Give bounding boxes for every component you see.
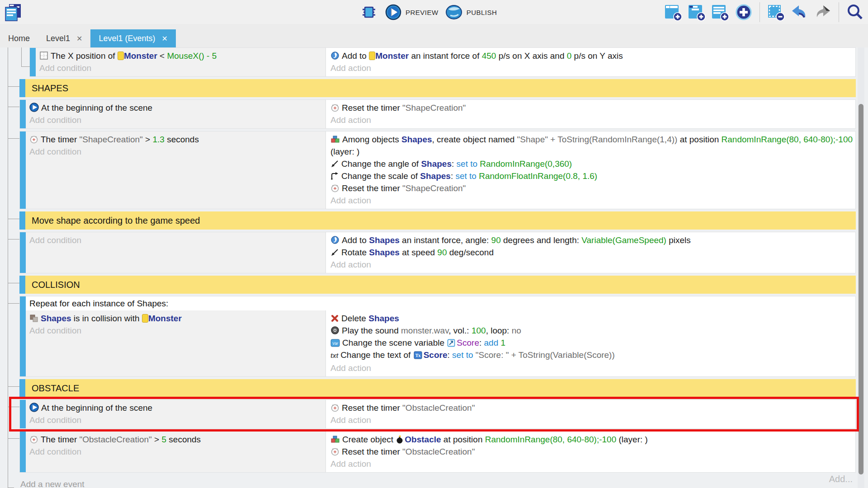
action-line[interactable]: Delete Shapes xyxy=(330,312,853,324)
scale-icon xyxy=(330,172,339,180)
instruction-text: Variable(GameSpeed) xyxy=(581,235,666,245)
group-title: SHAPES xyxy=(25,79,856,97)
action-line[interactable]: Rotate Shapes at speed 90 deg/second xyxy=(330,246,853,258)
add-condition-button[interactable]: Add condition xyxy=(29,324,323,337)
add-condition-button[interactable]: Add condition xyxy=(29,114,323,126)
action-line[interactable]: Play the sound monster.wav, vol.: 100, l… xyxy=(330,324,853,337)
add-comment-icon[interactable] xyxy=(711,3,730,22)
conditions-column: At the beginning of the sceneAdd conditi… xyxy=(26,100,326,128)
action-line[interactable]: Reset the timer "ObstacleCreation" xyxy=(330,446,853,458)
action-line[interactable]: Change the scale of Shapes: set to Rando… xyxy=(330,170,853,182)
event-row[interactable]: At the beginning of the sceneAdd conditi… xyxy=(19,99,856,129)
event-color-bar xyxy=(30,48,36,76)
instruction-text: Reset the timer xyxy=(342,103,402,113)
action-line[interactable]: Among objects Shapes, create object name… xyxy=(330,133,853,158)
instruction-text: The timer xyxy=(41,435,80,444)
add-event-icon[interactable] xyxy=(664,3,683,22)
add-button[interactable]: Add... xyxy=(829,474,853,484)
instruction-text: 90 xyxy=(437,248,447,257)
add-condition-button[interactable]: Add condition xyxy=(39,62,323,74)
action-line[interactable]: Add to Monster an instant force of 450 p… xyxy=(330,50,853,62)
preview-button[interactable]: PREVIEW xyxy=(385,4,439,21)
add-action-button[interactable]: Add action xyxy=(330,62,853,74)
add-action-button[interactable]: Add action xyxy=(330,458,853,470)
condition-line[interactable]: The X position of Monster < MouseX() - 5 xyxy=(39,50,323,62)
delete-selection-icon[interactable] xyxy=(766,3,785,22)
tab-level1-events[interactable]: Level1 (Events) ✕ xyxy=(90,29,175,47)
close-icon[interactable]: ✕ xyxy=(162,34,168,43)
event-color-bar xyxy=(20,100,26,128)
action-line[interactable]: Add to Shapes an instant force, angle: 9… xyxy=(330,234,853,246)
action-line[interactable]: Reset the timer "ShapeCreation" xyxy=(330,182,853,194)
event-row[interactable]: At the beginning of the sceneAdd conditi… xyxy=(19,399,856,429)
event-row[interactable]: Repeat for each instance of Shapes:Shape… xyxy=(19,296,856,377)
conditions-column: Shapes is in collision with MonsterAdd c… xyxy=(26,310,326,376)
instruction-text: "ShapeCreation" xyxy=(80,135,143,144)
instruction-text: no xyxy=(512,326,521,335)
event-color-bar xyxy=(19,211,25,230)
debugger-icon[interactable] xyxy=(359,3,378,22)
vertical-scrollbar-track[interactable] xyxy=(858,47,864,488)
undo-icon[interactable] xyxy=(790,3,809,22)
for-each-header[interactable]: Repeat for each instance of Shapes: xyxy=(26,296,855,310)
redo-icon[interactable] xyxy=(813,3,832,22)
add-condition-button[interactable]: Add condition xyxy=(29,414,323,426)
tab-level1-scene[interactable]: Level1 ✕ xyxy=(38,29,90,47)
condition-line[interactable]: Shapes is in collision with Monster xyxy=(29,312,323,324)
conditions-column: The timer "ShapeCreation" > 1.3 secondsA… xyxy=(26,131,326,209)
add-action-button[interactable]: Add action xyxy=(330,258,853,271)
event-row[interactable]: The X position of Monster < MouseX() - 5… xyxy=(29,47,856,77)
event-group-header[interactable]: OBSTACLE xyxy=(19,379,856,397)
action-line[interactable]: Reset the timer "ObstacleCreation" xyxy=(330,402,853,414)
vertical-scrollbar-thumb[interactable] xyxy=(859,104,863,474)
condition-line[interactable]: At the beginning of the scene xyxy=(29,102,323,114)
add-sub-event-icon[interactable] xyxy=(687,3,706,22)
action-line[interactable]: Create object Obstacle at position Rando… xyxy=(330,433,853,446)
action-line[interactable]: Reset the timer "ShapeCreation" xyxy=(330,102,853,114)
instruction-text: Shapes xyxy=(421,159,452,169)
instruction-text: degrees and length: xyxy=(501,235,582,245)
add-action-button[interactable]: Add action xyxy=(330,362,853,374)
event-color-bar xyxy=(20,432,26,472)
condition-line[interactable]: At the beginning of the scene xyxy=(29,402,323,414)
monster-icon xyxy=(142,314,148,323)
toolbar-separator xyxy=(760,2,760,22)
add-action-button[interactable]: Add action xyxy=(330,114,853,126)
actions-column: Among objects Shapes, create object name… xyxy=(326,131,855,209)
event-row[interactable]: The timer "ShapeCreation" > 1.3 secondsA… xyxy=(19,131,856,209)
event-group-header[interactable]: SHAPES xyxy=(19,79,856,97)
action-line[interactable]: txtChange the text of TxScore: set to "S… xyxy=(330,349,853,362)
search-icon[interactable] xyxy=(845,3,864,22)
event-row[interactable]: Add conditionAdd to Shapes an instant fo… xyxy=(19,232,856,273)
project-manager-icon[interactable] xyxy=(4,3,23,22)
add-condition-button[interactable]: Add condition xyxy=(29,145,323,158)
event-group-header[interactable]: Move shape according to the game speed xyxy=(19,211,856,230)
condition-line[interactable]: The timer "ObstacleCreation" > 5 seconds xyxy=(29,433,323,446)
event-row[interactable]: The timer "ObstacleCreation" > 5 seconds… xyxy=(19,431,856,473)
instruction-text: an instant force, angle: xyxy=(400,235,491,245)
close-icon[interactable]: ✕ xyxy=(76,34,82,43)
tab-home[interactable]: Home xyxy=(0,29,38,47)
instruction-text: : xyxy=(448,350,453,360)
instruction-text: Change the scene variable xyxy=(342,338,447,347)
event-group-header[interactable]: COLLISION xyxy=(19,276,856,294)
add-condition-button[interactable]: Add condition xyxy=(29,446,323,458)
instruction-text: Monster xyxy=(375,51,409,61)
action-line[interactable]: VarChange the scene variable Score: add … xyxy=(330,337,853,349)
add-more-icon[interactable] xyxy=(734,3,753,22)
action-line[interactable]: Change the angle of Shapes: set to Rando… xyxy=(330,158,853,170)
play-icon xyxy=(29,403,39,412)
instruction-text: Reset the timer xyxy=(342,447,402,456)
tab-label: Level1 xyxy=(46,34,70,43)
add-condition-button[interactable]: Add condition xyxy=(29,234,323,246)
sound-icon xyxy=(330,326,340,335)
preview-publish-group: PREVIEW PUBLISH xyxy=(359,3,497,22)
publish-button[interactable]: PUBLISH xyxy=(445,4,497,21)
condition-line[interactable]: The timer "ShapeCreation" > 1.3 seconds xyxy=(29,133,323,145)
obstacle-icon xyxy=(396,435,403,444)
instruction-text: , loop: xyxy=(486,326,512,335)
add-action-button[interactable]: Add action xyxy=(330,414,853,426)
add-action-button[interactable]: Add action xyxy=(330,194,853,206)
instruction-text: Change the text of xyxy=(340,350,413,360)
add-new-event-button[interactable]: Add a new event xyxy=(20,479,85,488)
